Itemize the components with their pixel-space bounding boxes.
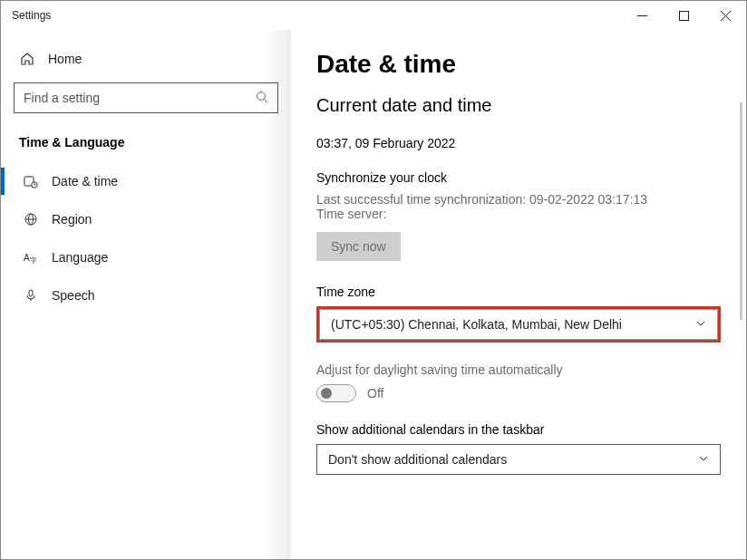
dst-state: Off — [367, 386, 383, 401]
sidebar-item-region[interactable]: Region — [14, 200, 278, 238]
sidebar-item-label: Date & time — [52, 174, 118, 188]
search-placeholder: Find a setting — [24, 91, 256, 105]
calendar-value: Don't show additional calendars — [328, 452, 507, 467]
sidebar-item-language[interactable]: A字 Language — [14, 238, 278, 276]
window-title: Settings — [12, 9, 51, 22]
svg-point-4 — [257, 92, 266, 100]
titlebar: Settings — [1, 1, 746, 30]
sync-now-button[interactable]: Sync now — [316, 232, 401, 261]
svg-line-5 — [265, 99, 268, 102]
sidebar-item-label: Language — [52, 250, 108, 265]
svg-rect-1 — [679, 11, 688, 20]
current-dt-heading: Current date and time — [316, 95, 721, 116]
sidebar-item-date-time[interactable]: Date & time — [14, 162, 278, 200]
calendar-label: Show additional calendars in the taskbar — [316, 422, 721, 437]
timezone-label: Time zone — [316, 285, 721, 299]
date-time-icon — [23, 174, 39, 188]
svg-rect-15 — [29, 290, 33, 296]
current-dt-value: 03:37, 09 February 2022 — [316, 136, 721, 150]
dst-label: Adjust for daylight saving time automati… — [316, 362, 721, 377]
sidebar: Home Find a setting Time & Language Date… — [1, 30, 291, 560]
language-icon: A字 — [23, 250, 39, 265]
sidebar-item-label: Region — [52, 212, 92, 227]
home-label: Home — [48, 52, 82, 66]
svg-text:字: 字 — [30, 256, 37, 265]
last-sync-text: Last successful time synchronization: 09… — [316, 192, 721, 207]
search-input[interactable]: Find a setting — [14, 82, 278, 113]
close-button[interactable] — [704, 1, 746, 30]
sidebar-item-speech[interactable]: Speech — [14, 276, 278, 314]
timezone-highlight: (UTC+05:30) Chennai, Kolkata, Mumbai, Ne… — [316, 306, 721, 343]
timezone-value: (UTC+05:30) Chennai, Kolkata, Mumbai, Ne… — [331, 317, 622, 332]
svg-text:A: A — [24, 253, 30, 263]
globe-icon — [23, 212, 39, 227]
chevron-down-icon — [695, 317, 706, 332]
calendar-dropdown[interactable]: Don't show additional calendars — [316, 444, 721, 475]
home-icon — [19, 52, 35, 66]
maximize-button[interactable] — [663, 1, 704, 30]
chevron-down-icon — [698, 452, 709, 467]
page-title: Date & time — [316, 50, 721, 79]
search-icon — [256, 91, 268, 106]
microphone-icon — [23, 288, 39, 303]
sidebar-item-label: Speech — [52, 288, 94, 303]
home-link[interactable]: Home — [14, 48, 278, 82]
scrollbar[interactable] — [740, 102, 742, 320]
minimize-button[interactable] — [621, 1, 663, 30]
content-pane: Date & time Current date and time 03:37,… — [291, 30, 746, 560]
time-server-text: Time server: — [316, 207, 721, 221]
timezone-dropdown[interactable]: (UTC+05:30) Chennai, Kolkata, Mumbai, Ne… — [319, 309, 718, 340]
sync-heading: Synchronize your clock — [316, 170, 721, 185]
category-title: Time & Language — [14, 135, 278, 162]
dst-toggle — [316, 384, 356, 402]
